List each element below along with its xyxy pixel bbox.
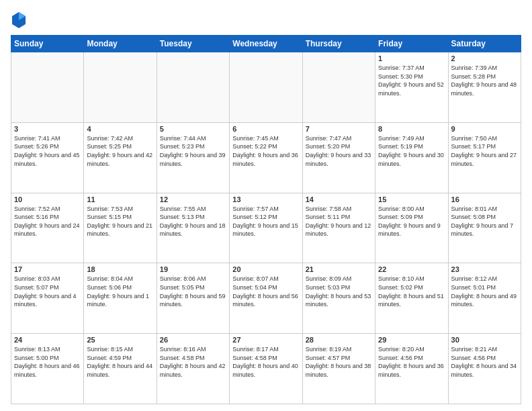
day-cell: 8Sunrise: 7:49 AMSunset: 5:19 PMDaylight… xyxy=(375,122,448,193)
day-info: Sunrise: 7:45 AMSunset: 5:22 PMDaylight:… xyxy=(232,134,299,168)
day-number: 5 xyxy=(160,125,226,133)
day-number: 16 xyxy=(451,195,518,203)
day-number: 25 xyxy=(87,336,153,344)
day-number: 6 xyxy=(232,125,299,133)
day-cell: 17Sunrise: 8:03 AMSunset: 5:07 PMDayligh… xyxy=(11,263,84,334)
day-info: Sunrise: 8:12 AMSunset: 5:01 PMDaylight:… xyxy=(451,275,518,308)
day-number: 19 xyxy=(160,265,226,273)
day-cell: 24Sunrise: 8:13 AMSunset: 5:00 PMDayligh… xyxy=(11,334,84,404)
day-info: Sunrise: 8:15 AMSunset: 4:59 PMDaylight:… xyxy=(87,345,153,379)
weekday-tuesday: Tuesday xyxy=(157,36,229,52)
weekday-monday: Monday xyxy=(84,36,157,52)
day-cell: 27Sunrise: 8:17 AMSunset: 4:58 PMDayligh… xyxy=(230,334,302,404)
day-number: 7 xyxy=(306,125,372,133)
day-info: Sunrise: 7:47 AMSunset: 5:20 PMDaylight:… xyxy=(306,134,372,168)
weekday-header-row: SundayMondayTuesdayWednesdayThursdayFrid… xyxy=(11,36,521,52)
day-cell: 11Sunrise: 7:53 AMSunset: 5:15 PMDayligh… xyxy=(84,193,157,263)
day-number: 11 xyxy=(87,195,153,203)
day-cell: 7Sunrise: 7:47 AMSunset: 5:20 PMDaylight… xyxy=(302,122,375,193)
day-cell: 13Sunrise: 7:57 AMSunset: 5:12 PMDayligh… xyxy=(230,193,302,263)
day-number: 27 xyxy=(232,336,299,344)
day-info: Sunrise: 7:53 AMSunset: 5:15 PMDaylight:… xyxy=(87,205,153,238)
logo-icon xyxy=(11,11,27,30)
day-number: 23 xyxy=(451,265,518,273)
day-info: Sunrise: 8:00 AMSunset: 5:09 PMDaylight:… xyxy=(378,205,445,238)
logo xyxy=(11,11,30,30)
day-cell: 2Sunrise: 7:39 AMSunset: 5:28 PMDaylight… xyxy=(448,52,521,123)
day-cell: 10Sunrise: 7:52 AMSunset: 5:16 PMDayligh… xyxy=(11,193,84,263)
day-info: Sunrise: 7:50 AMSunset: 5:17 PMDaylight:… xyxy=(451,134,518,168)
day-number: 24 xyxy=(14,336,81,344)
day-number: 2 xyxy=(451,54,518,62)
day-number: 13 xyxy=(232,195,299,203)
day-info: Sunrise: 8:20 AMSunset: 4:56 PMDaylight:… xyxy=(378,345,445,379)
day-number: 30 xyxy=(451,336,518,344)
day-cell xyxy=(302,52,375,123)
day-info: Sunrise: 7:55 AMSunset: 5:13 PMDaylight:… xyxy=(160,205,226,238)
day-info: Sunrise: 8:03 AMSunset: 5:07 PMDaylight:… xyxy=(14,275,81,308)
day-cell: 21Sunrise: 8:09 AMSunset: 5:03 PMDayligh… xyxy=(302,263,375,334)
day-cell: 12Sunrise: 7:55 AMSunset: 5:13 PMDayligh… xyxy=(157,193,229,263)
day-number: 4 xyxy=(87,125,153,133)
weekday-friday: Friday xyxy=(375,36,448,52)
week-row-4: 17Sunrise: 8:03 AMSunset: 5:07 PMDayligh… xyxy=(11,263,521,334)
day-number: 9 xyxy=(451,125,518,133)
day-cell xyxy=(84,52,157,123)
day-info: Sunrise: 8:17 AMSunset: 4:58 PMDaylight:… xyxy=(232,345,299,379)
day-info: Sunrise: 8:06 AMSunset: 5:05 PMDaylight:… xyxy=(160,275,226,308)
day-number: 1 xyxy=(378,54,445,62)
day-cell: 20Sunrise: 8:07 AMSunset: 5:04 PMDayligh… xyxy=(230,263,302,334)
day-info: Sunrise: 7:41 AMSunset: 5:26 PMDaylight:… xyxy=(14,134,81,168)
day-cell: 26Sunrise: 8:16 AMSunset: 4:58 PMDayligh… xyxy=(157,334,229,404)
day-cell: 15Sunrise: 8:00 AMSunset: 5:09 PMDayligh… xyxy=(375,193,448,263)
day-number: 3 xyxy=(14,125,81,133)
day-cell: 18Sunrise: 8:04 AMSunset: 5:06 PMDayligh… xyxy=(84,263,157,334)
day-cell: 29Sunrise: 8:20 AMSunset: 4:56 PMDayligh… xyxy=(375,334,448,404)
page: SundayMondayTuesdayWednesdayThursdayFrid… xyxy=(0,0,532,411)
day-info: Sunrise: 8:07 AMSunset: 5:04 PMDaylight:… xyxy=(232,275,299,308)
week-row-1: 1Sunrise: 7:37 AMSunset: 5:30 PMDaylight… xyxy=(11,52,521,123)
day-number: 21 xyxy=(306,265,372,273)
day-info: Sunrise: 8:13 AMSunset: 5:00 PMDaylight:… xyxy=(14,345,81,379)
weekday-thursday: Thursday xyxy=(302,36,375,52)
day-info: Sunrise: 8:16 AMSunset: 4:58 PMDaylight:… xyxy=(160,345,226,379)
day-info: Sunrise: 8:19 AMSunset: 4:57 PMDaylight:… xyxy=(306,345,372,379)
weekday-saturday: Saturday xyxy=(448,36,521,52)
day-cell: 5Sunrise: 7:44 AMSunset: 5:23 PMDaylight… xyxy=(157,122,229,193)
day-number: 17 xyxy=(14,265,81,273)
day-number: 22 xyxy=(378,265,445,273)
weekday-wednesday: Wednesday xyxy=(230,36,302,52)
day-cell: 14Sunrise: 7:58 AMSunset: 5:11 PMDayligh… xyxy=(302,193,375,263)
day-cell: 23Sunrise: 8:12 AMSunset: 5:01 PMDayligh… xyxy=(448,263,521,334)
day-cell: 25Sunrise: 8:15 AMSunset: 4:59 PMDayligh… xyxy=(84,334,157,404)
day-cell xyxy=(11,52,84,123)
day-info: Sunrise: 7:52 AMSunset: 5:16 PMDaylight:… xyxy=(14,205,81,238)
day-info: Sunrise: 7:37 AMSunset: 5:30 PMDaylight:… xyxy=(378,64,445,97)
calendar: SundayMondayTuesdayWednesdayThursdayFrid… xyxy=(11,35,521,404)
week-row-2: 3Sunrise: 7:41 AMSunset: 5:26 PMDaylight… xyxy=(11,122,521,193)
day-number: 20 xyxy=(232,265,299,273)
day-cell: 19Sunrise: 8:06 AMSunset: 5:05 PMDayligh… xyxy=(157,263,229,334)
day-number: 26 xyxy=(160,336,226,344)
day-info: Sunrise: 7:42 AMSunset: 5:25 PMDaylight:… xyxy=(87,134,153,168)
day-cell: 22Sunrise: 8:10 AMSunset: 5:02 PMDayligh… xyxy=(375,263,448,334)
day-info: Sunrise: 7:58 AMSunset: 5:11 PMDaylight:… xyxy=(306,205,372,238)
day-info: Sunrise: 8:09 AMSunset: 5:03 PMDaylight:… xyxy=(306,275,372,308)
day-cell xyxy=(157,52,229,123)
header xyxy=(11,11,521,30)
day-cell: 28Sunrise: 8:19 AMSunset: 4:57 PMDayligh… xyxy=(302,334,375,404)
day-number: 28 xyxy=(306,336,372,344)
day-number: 15 xyxy=(378,195,445,203)
day-number: 12 xyxy=(160,195,226,203)
day-number: 10 xyxy=(14,195,81,203)
day-info: Sunrise: 7:44 AMSunset: 5:23 PMDaylight:… xyxy=(160,134,226,168)
day-cell: 30Sunrise: 8:21 AMSunset: 4:56 PMDayligh… xyxy=(448,334,521,404)
day-info: Sunrise: 8:04 AMSunset: 5:06 PMDaylight:… xyxy=(87,275,153,308)
day-info: Sunrise: 8:21 AMSunset: 4:56 PMDaylight:… xyxy=(451,345,518,379)
week-row-3: 10Sunrise: 7:52 AMSunset: 5:16 PMDayligh… xyxy=(11,193,521,263)
day-cell: 1Sunrise: 7:37 AMSunset: 5:30 PMDaylight… xyxy=(375,52,448,123)
day-number: 8 xyxy=(378,125,445,133)
day-cell: 6Sunrise: 7:45 AMSunset: 5:22 PMDaylight… xyxy=(230,122,302,193)
weekday-sunday: Sunday xyxy=(11,36,84,52)
day-cell: 16Sunrise: 8:01 AMSunset: 5:08 PMDayligh… xyxy=(448,193,521,263)
